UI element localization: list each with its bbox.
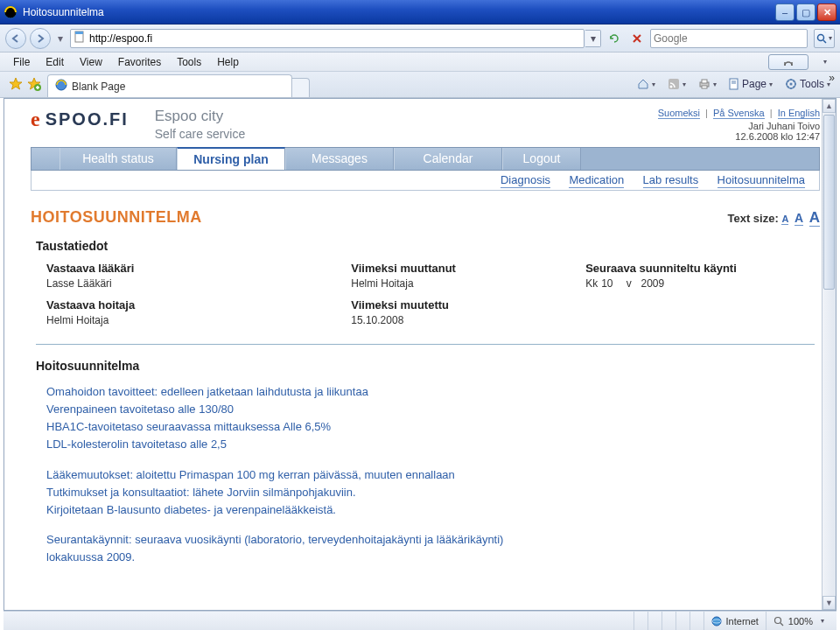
text-size-medium[interactable]: A	[794, 211, 803, 226]
maximize-button[interactable]: ▢	[796, 4, 816, 21]
tools-menu-label: Tools	[800, 78, 824, 90]
ie-icon	[4, 5, 18, 19]
label-vastaava-laakari: Vastaava lääkäri	[46, 262, 351, 275]
scroll-up-button[interactable]: ▲	[822, 99, 836, 113]
security-zone: Internet	[704, 612, 766, 630]
add-favorite-icon[interactable]	[26, 76, 42, 92]
page-icon	[74, 31, 86, 46]
tab-messages[interactable]: Messages	[285, 148, 394, 170]
menu-file[interactable]: File	[7, 54, 36, 70]
plan-line: Tutkimukset ja konsultaatiot: lähete Jor…	[46, 486, 356, 499]
clip-button[interactable]	[768, 54, 808, 70]
ie-tab-icon	[55, 79, 67, 94]
text-size-large[interactable]: A	[809, 209, 820, 227]
datetime: 12.6.2008 klo 12:47	[658, 131, 820, 142]
svg-point-10	[56, 80, 66, 90]
new-tab-button[interactable]	[292, 78, 310, 97]
plan-body: Omahoidon tavoitteet: edelleen jatketaan…	[46, 383, 820, 566]
menu-tools[interactable]: Tools	[171, 54, 207, 70]
svg-line-4	[823, 40, 826, 43]
lang-sv[interactable]: På Svenska	[713, 108, 765, 119]
subnav-diagnosis[interactable]: Diagnosis	[500, 173, 550, 188]
svg-rect-16	[730, 79, 738, 89]
language-links: Suomeksi | På Svenska | In English	[658, 108, 820, 118]
zoom-label: 100%	[788, 616, 813, 626]
favorites-icon[interactable]	[8, 76, 24, 92]
plan-line: Lääkemuutokset: aloitettu Primaspan 100 …	[46, 468, 455, 481]
search-button[interactable]: ▾	[814, 29, 835, 48]
user-name: Jari Juhani Toivo	[658, 121, 820, 131]
plan-line: Kirjoitetaan B-lausunto diabetes- ja ver…	[46, 503, 336, 516]
tab-logout[interactable]: Logout	[502, 148, 581, 170]
slogan-line1: Espoo city	[155, 108, 245, 125]
label-viimeksi-muuttanut: Viimeksi muuttanut	[351, 262, 585, 275]
slogan-line2: Self care service	[155, 127, 245, 141]
menu-favorites[interactable]: Favorites	[112, 54, 167, 70]
search-box[interactable]	[650, 29, 808, 48]
lang-fi[interactable]: Suomeksi	[658, 108, 700, 119]
vertical-scrollbar[interactable]: ▲ ▼	[822, 99, 836, 610]
recent-pages-dropdown[interactable]: ▾	[54, 28, 66, 49]
close-button[interactable]: ✕	[817, 4, 836, 21]
back-button[interactable]	[5, 28, 26, 49]
menu-help[interactable]: Help	[211, 54, 245, 70]
feeds-button[interactable]: ▾	[663, 74, 690, 94]
menu-bar: File Edit View Favorites Tools Help ▾	[0, 52, 840, 72]
plan-line: HBA1C-tavoitetaso seuraavassa mittaukses…	[46, 420, 331, 433]
menu-view[interactable]: View	[74, 54, 108, 70]
home-button[interactable]: ▾	[633, 74, 660, 94]
menu-edit[interactable]: Edit	[39, 54, 70, 70]
subnav-medication[interactable]: Medication	[569, 173, 624, 188]
stop-button[interactable]	[627, 29, 647, 48]
status-bar: Internet 100% ▾	[4, 611, 836, 630]
plan-line: Verenpaineen tavoitetaso alle 130/80	[46, 402, 234, 416]
subnav-hoitosuunnitelma[interactable]: Hoitosuunnitelma	[718, 173, 805, 188]
text-size-small[interactable]: A	[781, 214, 788, 225]
plan-line: Omahoidon tavoitteet: edelleen jatketaan…	[46, 385, 368, 398]
tab-nursing-plan[interactable]: Nursing plan	[177, 147, 285, 170]
brand-name: SPOO.FI	[46, 109, 129, 130]
subnav-lab-results[interactable]: Lab results	[643, 173, 699, 188]
forward-button[interactable]	[30, 28, 51, 49]
address-bar[interactable]	[70, 29, 584, 48]
tab-bar: » Blank Page ▾ ▾ ▾ Page▾ Tools▾	[0, 72, 840, 98]
browser-tab[interactable]: Blank Page	[47, 74, 292, 97]
tab-calendar[interactable]: Calendar	[394, 148, 502, 170]
address-input[interactable]	[89, 31, 581, 46]
search-input[interactable]	[654, 32, 804, 45]
tab-health-status[interactable]: Health status	[60, 148, 177, 170]
text-size-label: Text size:	[727, 212, 778, 225]
refresh-button[interactable]	[605, 29, 624, 48]
safety-dropdown[interactable]: ▾	[816, 54, 833, 70]
zone-label: Internet	[726, 616, 759, 626]
scroll-down-button[interactable]: ▼	[822, 596, 836, 610]
svg-point-23	[774, 617, 780, 623]
svg-point-12	[669, 86, 672, 88]
plan-line: LDL-kolesterolin tavoitetaso alle 2,5	[46, 438, 227, 451]
svg-rect-2	[75, 32, 83, 34]
section-hoitosuunnitelma: Hoitosuunnitelma	[36, 359, 820, 373]
address-dropdown[interactable]: ▾	[585, 30, 601, 47]
zoom-control[interactable]: 100% ▾	[766, 612, 831, 630]
lang-en[interactable]: In English	[778, 108, 820, 119]
globe-icon	[711, 616, 722, 626]
window-titlebar: Hoitosuunnitelma – ▢ ✕	[0, 0, 840, 24]
value-seuraava-kaynti: Kk10 v 2009	[585, 277, 820, 290]
scroll-thumb[interactable]	[823, 115, 835, 290]
plan-line: Seurantakäynnit: seuraava vuosikäynti (l…	[46, 533, 503, 546]
print-button[interactable]: ▾	[694, 74, 721, 94]
text-size-control: Text size: A A A	[727, 209, 820, 227]
tab-label: Blank Page	[72, 80, 125, 93]
value-viimeksi-muuttanut: Helmi Hoitaja	[351, 277, 585, 290]
minimize-button[interactable]: –	[775, 4, 794, 21]
page-menu[interactable]: Page▾	[724, 74, 777, 94]
tools-menu[interactable]: Tools▾	[780, 74, 835, 94]
svg-point-3	[818, 34, 824, 40]
page-menu-label: Page	[742, 78, 766, 90]
command-bar: ▾ ▾ ▾ Page▾ Tools▾	[633, 74, 835, 94]
navigation-bar: ▾ ▾ ▾	[0, 24, 840, 52]
main-tabs: Health status Nursing plan Messages Cale…	[31, 147, 820, 171]
value-vastaava-hoitaja: Helmi Hoitaja	[46, 314, 351, 326]
slogan: Espoo city Self care service	[155, 108, 245, 141]
section-taustatiedot: Taustatiedot	[36, 239, 820, 253]
